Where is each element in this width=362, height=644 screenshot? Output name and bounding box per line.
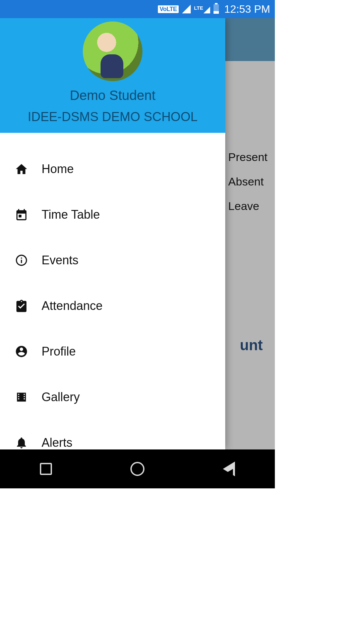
- sidebar-item-attendance[interactable]: Attendance: [0, 283, 225, 329]
- navigation-drawer: Demo Student IDEE-DSMS DEMO SCHOOL Home …: [0, 18, 225, 449]
- film-icon: [15, 390, 28, 404]
- legend-present: Present: [220, 151, 267, 164]
- sidebar-item-label: Alerts: [42, 436, 72, 449]
- back-button[interactable]: [221, 461, 237, 477]
- student-name: Demo Student: [70, 88, 156, 103]
- sidebar-item-label: Events: [42, 253, 78, 267]
- signal-small-icon: [203, 7, 210, 13]
- screen: Present Absent Leave unt Demo Student ID…: [0, 18, 275, 449]
- sidebar-item-label: Home: [42, 162, 74, 176]
- school-name: IDEE-DSMS DEMO SCHOOL: [28, 110, 198, 124]
- sidebar-item-timetable[interactable]: Time Table: [0, 192, 225, 237]
- sidebar-item-events[interactable]: Events: [0, 237, 225, 283]
- home-button[interactable]: [129, 461, 146, 477]
- signal-icon: [182, 5, 191, 13]
- battery-icon: [214, 4, 219, 14]
- sidebar-item-label: Attendance: [42, 299, 103, 313]
- legend-absent: Absent: [220, 175, 267, 188]
- volte-badge: VoLTE: [158, 5, 179, 13]
- partial-text: unt: [240, 337, 263, 354]
- android-nav-bar: [0, 449, 275, 488]
- sidebar-item-label: Gallery: [42, 390, 80, 404]
- sidebar-item-profile[interactable]: Profile: [0, 329, 225, 374]
- person-icon: [15, 345, 28, 358]
- calendar-icon: [15, 208, 28, 221]
- bell-icon: [15, 436, 28, 449]
- sidebar-item-label: Profile: [42, 344, 76, 359]
- status-time: 12:53 PM: [224, 3, 270, 15]
- overview-button[interactable]: [38, 461, 54, 477]
- sidebar-item-gallery[interactable]: Gallery: [0, 374, 225, 420]
- home-icon: [15, 162, 28, 176]
- legend-leave: Leave: [220, 200, 267, 213]
- info-icon: [15, 254, 28, 267]
- attendance-legend: Present Absent Leave: [220, 151, 267, 213]
- sidebar-item-home[interactable]: Home: [0, 146, 225, 192]
- avatar[interactable]: [83, 21, 142, 81]
- sidebar-item-alerts[interactable]: Alerts: [0, 420, 225, 449]
- sidebar-item-label: Time Table: [42, 208, 100, 222]
- drawer-header: Demo Student IDEE-DSMS DEMO SCHOOL: [0, 18, 225, 133]
- drawer-list: Home Time Table Events Attendance: [0, 133, 225, 449]
- lte-signal-icon: LTE: [194, 5, 210, 13]
- status-bar: VoLTE LTE 12:53 PM: [0, 0, 275, 18]
- clipboard-icon: [15, 299, 28, 313]
